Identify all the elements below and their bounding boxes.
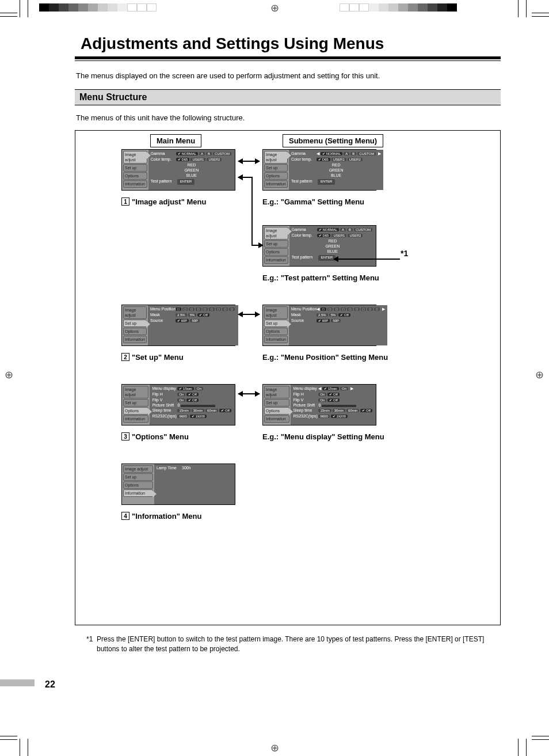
page-number: 22 (45, 679, 55, 690)
registration-mark-right: ⊕ (535, 368, 544, 381)
menu-test-pattern: Image adjustSet upOptionsInformationGamm… (262, 225, 376, 267)
caption-menu-position: E.g.: "Menu Position" Setting Menu (262, 353, 388, 362)
caption-setup: "Set up" Menu (132, 353, 184, 362)
footnote-1: *1 Press the [ENTER] button to switch to… (86, 635, 501, 654)
caption-information: "Information" Menu (132, 512, 201, 521)
intro-text: The menus displayed on the screen are us… (76, 71, 501, 80)
menu-menu-position: Image adjustSet upOptionsInformationMenu… (262, 305, 376, 346)
menu-image-adjust: Image adjustSet upOptionsInformationGamm… (121, 149, 235, 191)
star-1-ref: *1 (401, 249, 408, 258)
num-4: 4 (121, 512, 129, 520)
caption-gamma: E.g.: "Gamma" Setting Menu (262, 197, 364, 206)
caption-options: "Options" Menu (132, 432, 189, 441)
caption-menu-display: E.g.: "Menu display" Setting Menu (262, 432, 384, 441)
menu-setup: Image adjustSet upOptionsInformationMenu… (121, 305, 235, 346)
subintro-text: The menus of this unit have the followin… (76, 113, 501, 122)
margin-tab (0, 679, 35, 686)
page-title: Adjustments and Settings Using Menus (81, 35, 501, 53)
menu-information: Image adjustSet upOptionsInformationLamp… (121, 464, 235, 505)
num-3: 3 (121, 432, 129, 440)
registration-mark-left: ⊕ (5, 368, 13, 381)
section-heading: Menu Structure (75, 89, 501, 105)
menu-gamma-setting: Image adjustSet upOptionsInformationGamm… (262, 149, 376, 191)
registration-mark-bottom: ⊕ (270, 742, 279, 754)
num-2: 2 (121, 353, 129, 361)
menu-structure-diagram: Main Menu Submenu (Setting Menu) Image a… (75, 130, 501, 625)
menu-options: Image adjustSet upOptionsInformationMenu… (121, 384, 235, 426)
registration-mark-top: ⊕ (270, 2, 279, 14)
rule-heavy (75, 56, 501, 59)
col-main-menu: Main Menu (150, 134, 201, 147)
col-submenu: Submenu (Setting Menu) (283, 134, 383, 147)
num-1: 1 (121, 197, 129, 206)
caption-test-pattern: E.g.: "Test pattern" Setting Menu (262, 273, 379, 282)
menu-menu-display: Image adjustSet upOptionsInformationMenu… (262, 384, 376, 426)
caption-image-adjust: "Image adjust" Menu (132, 197, 206, 206)
rule-thin (75, 60, 501, 61)
